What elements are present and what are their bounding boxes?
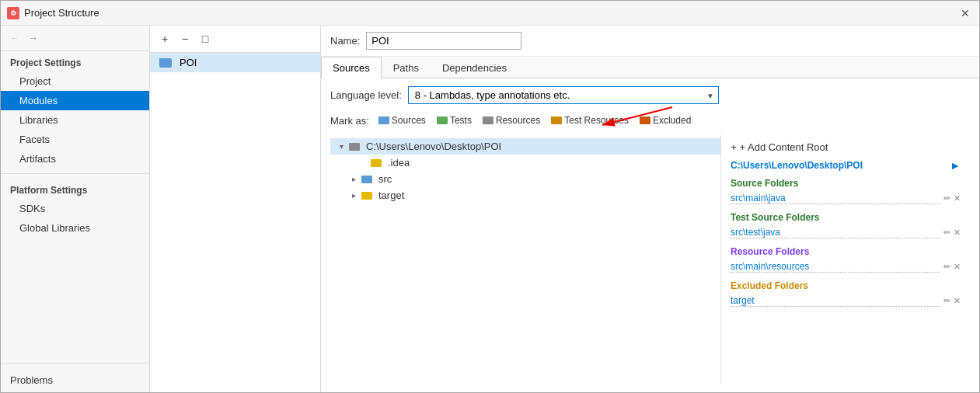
tree-item-target[interactable]: ▸ target: [330, 187, 720, 203]
content-area: ▾ C:\Users\Lenovo\Desktop\POI ▸ .idea: [330, 135, 970, 384]
test-resources-folder-icon: [551, 117, 562, 124]
tests-folder-icon: [437, 117, 448, 124]
resource-folder-edit-icon[interactable]: ✏: [943, 262, 950, 272]
sidebar-item-project[interactable]: Project: [1, 71, 149, 91]
excluded-folder-edit-icon[interactable]: ✏: [943, 296, 950, 306]
mark-sources-button[interactable]: Sources: [375, 113, 429, 127]
language-level-select[interactable]: 8 - Lambdas, type annotations etc. 7 - D…: [408, 86, 719, 104]
excluded-folders-title: Excluded Folders: [731, 280, 961, 291]
resource-folders-section: Resource Folders src\main\resources ✏ ✕: [731, 246, 961, 274]
sidebar-bottom-divider: [1, 363, 149, 363]
sidebar-item-libraries[interactable]: Libraries: [1, 110, 149, 130]
platform-settings-header: Platform Settings: [1, 179, 149, 199]
tree-item-src-label: src: [378, 173, 392, 185]
resource-folders-title: Resource Folders: [731, 246, 961, 257]
middle-toolbar: + − □: [150, 26, 320, 53]
path-arrow-icon: ►: [950, 159, 961, 172]
test-source-folder-path: src\test\java: [731, 227, 940, 238]
excluded-folder-icon: [640, 117, 650, 124]
sidebar-item-artifacts[interactable]: Artifacts: [1, 149, 149, 169]
app-icon: ⚙: [7, 7, 19, 19]
tab-paths[interactable]: Paths: [382, 57, 431, 78]
title-bar: ⚙ Project Structure ✕: [1, 1, 979, 26]
source-folder-delete-icon[interactable]: ✕: [954, 193, 961, 203]
sidebar-spacer: [1, 238, 149, 358]
mark-test-resources-button[interactable]: Test Resources: [548, 113, 632, 127]
test-source-folder-edit-icon[interactable]: ✏: [943, 228, 950, 238]
tab-dependencies[interactable]: Dependencies: [431, 57, 518, 78]
root-folder-icon: [349, 143, 360, 151]
problems-item[interactable]: Problems: [1, 368, 149, 392]
add-content-root-button[interactable]: + + Add Content Root: [731, 141, 961, 153]
excluded-folder-delete-icon[interactable]: ✕: [954, 296, 961, 306]
content-root-path: C:\Users\Lenovo\Desktop\POI ►: [731, 159, 961, 172]
resource-folder-row: src\main\resources ✏ ✕: [731, 259, 961, 274]
mark-resources-button[interactable]: Resources: [480, 113, 543, 127]
window-title: Project Structure: [24, 7, 99, 19]
excluded-folder-row: target ✏ ✕: [731, 294, 961, 308]
main-content: ← → Project Settings Project Modules Lib…: [1, 26, 979, 392]
close-button[interactable]: ✕: [957, 5, 973, 21]
module-name: POI: [180, 57, 197, 68]
sidebar-item-facets[interactable]: Facets: [1, 130, 149, 149]
nav-buttons: ← →: [1, 26, 149, 51]
tree-toggle-target[interactable]: ▸: [349, 191, 358, 200]
name-label: Name:: [330, 35, 360, 47]
tree-item-idea[interactable]: ▸ .idea: [330, 155, 720, 171]
middle-panel: + − □ POI: [150, 26, 321, 392]
excluded-folders-section: Excluded Folders target ✏ ✕: [731, 280, 961, 308]
copy-module-button[interactable]: □: [197, 30, 214, 47]
source-folder-edit-icon[interactable]: ✏: [943, 193, 950, 203]
test-source-folders-section: Test Source Folders src\test\java ✏ ✕: [731, 212, 961, 240]
add-module-button[interactable]: +: [156, 30, 173, 47]
mark-as-row: Mark as: Sources Tests Resources: [330, 113, 970, 127]
sidebar-item-modules[interactable]: Modules: [1, 91, 149, 110]
language-level-label: Language level:: [330, 89, 402, 101]
sidebar-divider: [1, 173, 149, 174]
tree-root-path: C:\Users\Lenovo\Desktop\POI: [366, 141, 501, 152]
excluded-folder-path: target: [731, 295, 940, 307]
test-source-folder-row: src\test\java ✏ ✕: [731, 225, 961, 240]
idea-folder-icon: [371, 159, 382, 167]
tree-item-target-label: target: [378, 190, 404, 201]
test-source-folders-title: Test Source Folders: [731, 212, 961, 223]
module-folder-icon: [159, 58, 172, 68]
tab-sources[interactable]: Sources: [321, 57, 382, 78]
tab-content-sources: Language level: 8 - Lambdas, type annota…: [321, 78, 979, 392]
tree-item-src[interactable]: ▸ src: [330, 171, 720, 187]
right-panel: Name: Sources Paths Dependencies La: [321, 26, 979, 392]
test-source-folder-delete-icon[interactable]: ✕: [954, 228, 961, 238]
sources-folder-icon: [378, 117, 389, 124]
nav-forward-button[interactable]: →: [26, 30, 41, 46]
language-select-wrapper: 8 - Lambdas, type annotations etc. 7 - D…: [408, 86, 719, 104]
remove-module-button[interactable]: −: [176, 30, 194, 47]
resource-folder-delete-icon[interactable]: ✕: [954, 262, 961, 272]
source-folders-section: Source Folders src\main\java ✏ ✕: [731, 178, 961, 206]
source-folder-row: src\main\java ✏ ✕: [731, 191, 961, 206]
project-structure-window: ⚙ Project Structure ✕ ← → Project Settin…: [0, 0, 980, 393]
name-input[interactable]: [366, 32, 521, 50]
add-content-root-label: + Add Content Root: [740, 141, 828, 153]
tree-item-idea-label: .idea: [388, 157, 410, 169]
resources-folder-icon: [483, 117, 493, 124]
right-info-panel: + + Add Content Root C:\Users\Lenovo\Des…: [721, 135, 970, 384]
tabs-bar: Sources Paths Dependencies: [321, 57, 979, 78]
title-bar-left: ⚙ Project Structure: [7, 7, 99, 19]
project-settings-header: Project Settings: [1, 51, 149, 71]
tree-item-root[interactable]: ▾ C:\Users\Lenovo\Desktop\POI: [330, 138, 720, 155]
resource-folder-path: src\main\resources: [731, 261, 940, 273]
target-folder-icon: [361, 192, 372, 200]
nav-back-button[interactable]: ←: [7, 30, 23, 46]
source-folder-path: src\main\java: [731, 193, 940, 204]
mark-excluded-button[interactable]: Excluded: [636, 113, 694, 127]
src-folder-icon: [361, 176, 372, 183]
tree-toggle-root[interactable]: ▾: [337, 142, 346, 151]
sidebar-item-global-libraries[interactable]: Global Libraries: [1, 218, 149, 238]
name-row: Name:: [321, 26, 979, 57]
sidebar: ← → Project Settings Project Modules Lib…: [1, 26, 150, 392]
module-item-poi[interactable]: POI: [150, 53, 320, 72]
tree-toggle-src[interactable]: ▸: [349, 175, 358, 183]
language-level-row: Language level: 8 - Lambdas, type annota…: [330, 86, 970, 104]
mark-tests-button[interactable]: Tests: [434, 113, 475, 127]
sidebar-item-sdks[interactable]: SDKs: [1, 199, 149, 218]
